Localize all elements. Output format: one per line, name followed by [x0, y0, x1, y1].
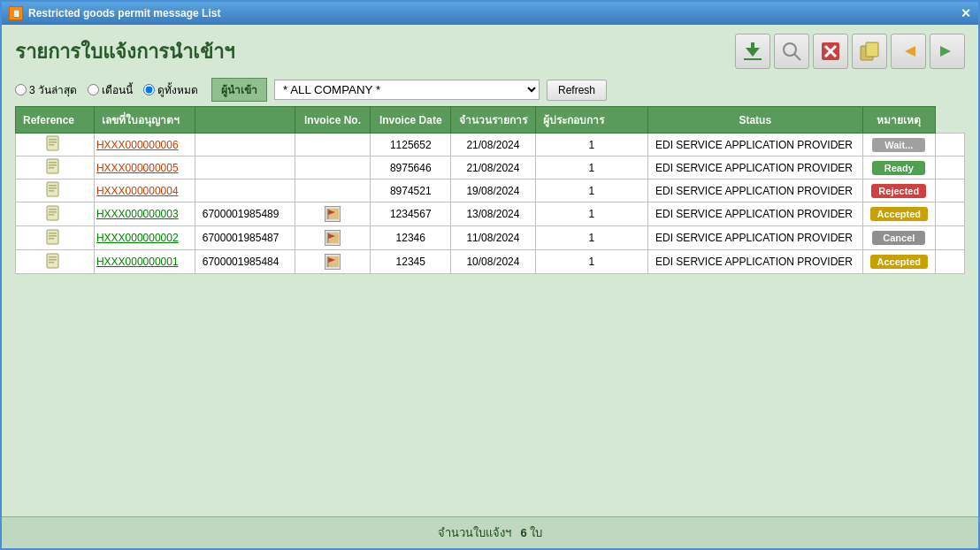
flag-icon-cell[interactable]: [295, 202, 371, 226]
ref-cell[interactable]: HXXX000000002: [94, 226, 195, 250]
provider-cell: EDI SERVICE APPLICATION PROVIDER: [648, 250, 862, 274]
row-icon-cell: [16, 226, 95, 250]
date-cell: 11/08/2024: [451, 226, 536, 250]
radio-3days-input[interactable]: [15, 84, 27, 95]
svg-rect-24: [47, 206, 58, 220]
reference-link[interactable]: HXXX000000002: [96, 232, 179, 244]
col-header-status: Status: [648, 107, 862, 134]
filter-section: 3 วันล่าสุด เดือนนี้ ดูทั้งหมด ผู้นำเข้า…: [2, 73, 978, 106]
note-cell: [936, 157, 965, 180]
ref-cell[interactable]: HXXX000000003: [94, 202, 195, 226]
flag-icon-cell[interactable]: [295, 157, 371, 180]
invoice-cell: 12345: [371, 250, 451, 274]
radio-thismonth-input[interactable]: [88, 84, 99, 95]
flag-icon-cell[interactable]: [295, 250, 371, 274]
reference-link[interactable]: HXXX000000006: [96, 139, 179, 151]
col-header-count: จำนวนรายการ: [451, 107, 536, 134]
download-button[interactable]: [735, 34, 770, 69]
count-cell: 1: [535, 202, 647, 226]
svg-marker-11: [940, 46, 951, 57]
row-icon-cell: [16, 202, 95, 226]
title-bar: 📋 Restricted goods permit message List ✕: [2, 2, 978, 25]
reference-link[interactable]: HXXX000000004: [96, 185, 179, 197]
radio-all-input[interactable]: [143, 84, 155, 95]
provider-cell: EDI SERVICE APPLICATION PROVIDER: [648, 180, 862, 202]
refresh-button[interactable]: Refresh: [547, 80, 607, 101]
table-header-row: Reference เลขที่ใบอนุญาตฯ Invoice No. In…: [16, 107, 965, 134]
permit-cell: [195, 134, 295, 157]
forward-button[interactable]: [930, 34, 965, 69]
table-row[interactable]: HXXX000000005897564621/08/20241EDI SERVI…: [16, 157, 965, 180]
invoice-cell: 8974521: [371, 180, 451, 202]
company-select[interactable]: * ALL COMPANY *: [274, 80, 540, 100]
invoice-cell: 1125652: [371, 134, 451, 157]
reference-link[interactable]: HXXX000000001: [96, 256, 179, 268]
footer-unit: ใบ: [530, 523, 542, 542]
svg-rect-19: [49, 167, 54, 169]
ref-cell[interactable]: HXXX000000006: [94, 134, 195, 157]
invoice-cell: 12346: [371, 226, 451, 250]
flag-icon[interactable]: [325, 254, 341, 270]
reference-link[interactable]: HXXX000000003: [96, 208, 179, 220]
count-cell: 1: [535, 157, 647, 180]
table-row[interactable]: HXXX0000000026700001985487 1234611/08/20…: [16, 226, 965, 250]
status-badge: Ready: [872, 161, 925, 175]
footer-bar: จำนวนใบแจ้งฯ 6 ใบ: [2, 516, 978, 548]
row-icon-cell: [16, 250, 95, 274]
status-badge: Rejected: [871, 184, 926, 198]
svg-rect-20: [47, 182, 58, 196]
table-row[interactable]: HXXX0000000036700001985489 123456713/08/…: [16, 202, 965, 226]
doc-icon-svg: [46, 181, 64, 197]
svg-rect-21: [49, 185, 57, 187]
col-header-icon: [195, 107, 295, 134]
provider-cell: EDI SERVICE APPLICATION PROVIDER: [648, 226, 862, 250]
radio-all-label: ดูทั้งหมด: [157, 81, 198, 98]
table-body: HXXX000000006112565221/08/20241EDI SERVI…: [16, 134, 965, 274]
svg-rect-9: [866, 42, 878, 57]
note-cell: [936, 250, 965, 274]
page-title: รายการใบแจ้งการนำเข้าฯ: [15, 36, 234, 67]
title-bar-left: 📋 Restricted goods permit message List: [9, 6, 220, 20]
note-cell: [936, 134, 965, 157]
ref-cell[interactable]: HXXX000000005: [94, 157, 195, 180]
status-badge: Wait...: [872, 138, 925, 152]
flag-icon[interactable]: [325, 206, 341, 222]
svg-rect-33: [49, 235, 57, 237]
svg-line-4: [794, 54, 800, 60]
table-row[interactable]: HXXX0000000016700001985484 1234510/08/20…: [16, 250, 965, 274]
doc-icon-svg: [46, 229, 64, 245]
table-row[interactable]: HXXX000000004897452119/08/20241EDI SERVI…: [16, 180, 965, 202]
flag-icon-cell[interactable]: [295, 134, 371, 157]
ref-cell[interactable]: HXXX000000001: [94, 250, 195, 274]
permit-cell: 6700001985489: [195, 202, 295, 226]
count-cell: 1: [535, 226, 647, 250]
svg-rect-22: [49, 187, 57, 189]
status-cell: Accepted: [862, 202, 936, 226]
content-area: รายการใบแจ้งการนำเข้าฯ: [2, 25, 978, 548]
status-cell: Accepted: [862, 250, 936, 274]
radio-thismonth[interactable]: เดือนนี้: [88, 81, 133, 98]
copy-button[interactable]: [852, 34, 887, 69]
svg-rect-34: [49, 238, 54, 240]
radio-all[interactable]: ดูทั้งหมด: [143, 81, 198, 98]
ref-cell[interactable]: HXXX000000004: [94, 180, 195, 202]
flag-icon-cell[interactable]: [295, 180, 371, 202]
close-icon[interactable]: ✕: [961, 6, 971, 20]
search-button[interactable]: [774, 34, 809, 69]
row-icon-cell: [16, 157, 95, 180]
table-container: Reference เลขที่ใบอนุญาตฯ Invoice No. In…: [2, 106, 978, 516]
svg-rect-2: [744, 58, 762, 60]
note-cell: [936, 180, 965, 202]
permit-cell: [195, 180, 295, 202]
radio-3days[interactable]: 3 วันล่าสุด: [15, 81, 77, 98]
table-row[interactable]: HXXX000000006112565221/08/20241EDI SERVI…: [16, 134, 965, 157]
back-button[interactable]: [891, 34, 926, 69]
flag-icon-cell[interactable]: [295, 226, 371, 250]
date-cell: 13/08/2024: [451, 202, 536, 226]
permit-cell: 6700001985487: [195, 226, 295, 250]
flag-icon[interactable]: [325, 230, 341, 246]
flag-svg: [326, 256, 339, 267]
count-cell: 1: [535, 180, 647, 202]
delete-button[interactable]: [813, 34, 848, 69]
reference-link[interactable]: HXXX000000005: [96, 162, 179, 174]
